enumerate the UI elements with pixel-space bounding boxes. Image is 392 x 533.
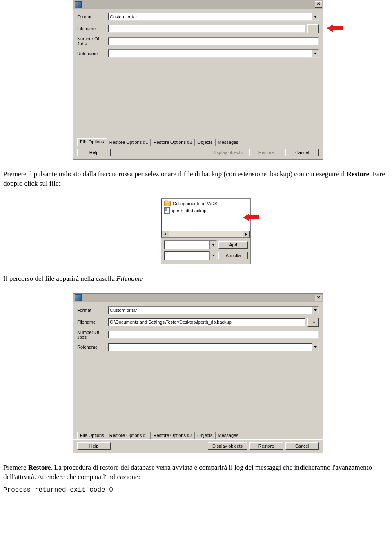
form-area: Format Custom or tar Filename C:\Documen… xyxy=(73,302,323,431)
scroll-right-icon[interactable] xyxy=(243,231,250,238)
svg-marker-3 xyxy=(245,233,247,236)
filename-field[interactable] xyxy=(108,25,305,33)
text-bold: Restore xyxy=(28,464,51,471)
tab-file-options[interactable]: File Options xyxy=(77,432,107,439)
titlebar: ✕ xyxy=(73,294,323,302)
cancel-button[interactable]: Cancel xyxy=(285,442,319,450)
tabs: File Options Restore Options #1 Restore … xyxy=(73,138,323,146)
jobs-field[interactable] xyxy=(108,37,319,45)
item-label: Collegamento a PADS xyxy=(173,201,217,206)
browse-button[interactable]: ... xyxy=(307,318,319,327)
format-label: Format xyxy=(77,14,108,19)
rolename-label: Rolename xyxy=(77,51,108,56)
list-item[interactable]: Collegamento a PADS xyxy=(164,201,247,206)
chevron-down-icon[interactable] xyxy=(312,343,318,351)
text-span: . La procedura di restore del database v… xyxy=(3,464,372,481)
filename-label: Filename xyxy=(77,26,108,31)
app-icon xyxy=(75,294,82,301)
text-span: Premere xyxy=(3,464,28,471)
text-bold: Restore xyxy=(347,170,369,178)
text-italic: Filename xyxy=(116,275,143,282)
annotation-arrow-icon xyxy=(327,25,343,32)
instruction-text-3: Premere Restore. La procedura di restore… xyxy=(0,463,392,495)
scrollbar-horizontal[interactable] xyxy=(162,231,250,237)
browse-button[interactable]: ... xyxy=(307,24,319,33)
instruction-text-2: Il percorso del file apparirà nella case… xyxy=(0,274,392,284)
help-button[interactable]: Help xyxy=(77,442,111,450)
tab-file-options[interactable]: File Options xyxy=(77,138,107,146)
cancel-button[interactable]: Cancel xyxy=(285,149,319,156)
svg-marker-4 xyxy=(212,244,215,246)
filename-value: C:\Documents and Settings\Tester\Desktop… xyxy=(110,320,232,325)
close-icon[interactable]: ✕ xyxy=(315,295,322,301)
help-button[interactable]: Help xyxy=(77,149,111,156)
open-button[interactable]: Apri xyxy=(218,241,248,249)
format-value: Custom or tar xyxy=(110,308,137,313)
text-span: Il percorso del file apparirà nella case… xyxy=(3,275,116,282)
restore-button: Restore xyxy=(249,149,283,156)
svg-marker-2 xyxy=(165,233,166,236)
tab-messages[interactable]: Messages xyxy=(215,139,241,146)
app-icon xyxy=(75,1,82,8)
tab-restore-options-1[interactable]: Restore Options #1 xyxy=(107,139,151,146)
instruction-text-1: Premere il pulsante indicato dalla frecc… xyxy=(0,170,392,188)
rolename-select[interactable] xyxy=(108,49,319,58)
item-label: iperth_db.backup xyxy=(172,208,206,213)
folder-icon xyxy=(164,201,171,206)
jobs-label: Number Of Jobs xyxy=(77,36,108,46)
close-icon[interactable]: ✕ xyxy=(315,1,322,8)
format-label: Format xyxy=(77,308,108,313)
svg-marker-6 xyxy=(314,309,317,311)
restore-dialog-1: ✕ Format Custom or tar Filename ... xyxy=(73,0,323,160)
chevron-down-icon[interactable] xyxy=(209,251,216,260)
titlebar: ✕ xyxy=(73,0,323,9)
display-objects-button: Display objects xyxy=(208,149,247,156)
restore-button[interactable]: Restore xyxy=(249,442,283,450)
filename-label: Filename xyxy=(77,320,108,325)
filter-select[interactable] xyxy=(164,251,217,260)
footer: Help Display objects Restore Cancel xyxy=(73,439,323,453)
restore-dialog-2: ✕ Format Custom or tar Filename C:\Docum… xyxy=(73,293,323,453)
jobs-label: Number Of Jobs xyxy=(77,330,108,340)
tab-restore-options-2[interactable]: Restore Options #2 xyxy=(150,432,195,439)
display-objects-button[interactable]: Display objects xyxy=(208,442,247,450)
footer: Help Display objects Restore Cancel xyxy=(73,146,323,159)
svg-marker-0 xyxy=(314,16,317,18)
list-item[interactable]: iperth_db.backup xyxy=(164,207,247,214)
tab-objects[interactable]: Objects xyxy=(194,432,215,439)
chevron-down-icon[interactable] xyxy=(312,13,318,20)
text-span: Premere il pulsante indicato dalla frecc… xyxy=(3,170,347,178)
file-open-dialog: Collegamento a PADS iperth_db.backup Apr… xyxy=(161,198,251,264)
tab-restore-options-2[interactable]: Restore Options #2 xyxy=(150,139,195,146)
jobs-field[interactable] xyxy=(108,331,319,339)
file-list: Collegamento a PADS iperth_db.backup xyxy=(161,199,250,238)
tabs: File Options Restore Options #1 Restore … xyxy=(73,431,323,439)
tab-objects[interactable]: Objects xyxy=(194,139,215,146)
document-icon xyxy=(164,207,170,214)
svg-marker-5 xyxy=(212,255,215,256)
annotation-arrow-icon xyxy=(243,214,259,221)
chevron-down-icon[interactable] xyxy=(209,241,216,249)
format-select[interactable]: Custom or tar xyxy=(108,13,319,21)
rolename-select[interactable] xyxy=(108,343,319,351)
filetype-select[interactable] xyxy=(164,240,217,249)
cancel-file-button[interactable]: Annulla xyxy=(218,252,248,259)
chevron-down-icon[interactable] xyxy=(312,50,318,57)
scroll-left-icon[interactable] xyxy=(162,231,169,238)
form-area: Format Custom or tar Filename ... Number… xyxy=(73,9,323,138)
filename-field[interactable]: C:\Documents and Settings\Tester\Desktop… xyxy=(108,318,305,326)
svg-marker-7 xyxy=(314,346,317,348)
svg-marker-1 xyxy=(314,53,317,54)
chevron-down-icon[interactable] xyxy=(312,307,318,314)
tab-restore-options-1[interactable]: Restore Options #1 xyxy=(107,432,151,439)
rolename-label: Rolename xyxy=(77,345,108,349)
tab-messages[interactable]: Messages xyxy=(215,432,241,439)
format-select[interactable]: Custom or tar xyxy=(108,306,319,314)
format-value: Custom or tar xyxy=(110,14,137,19)
code-output: Process returned exit code 0 xyxy=(3,486,389,495)
